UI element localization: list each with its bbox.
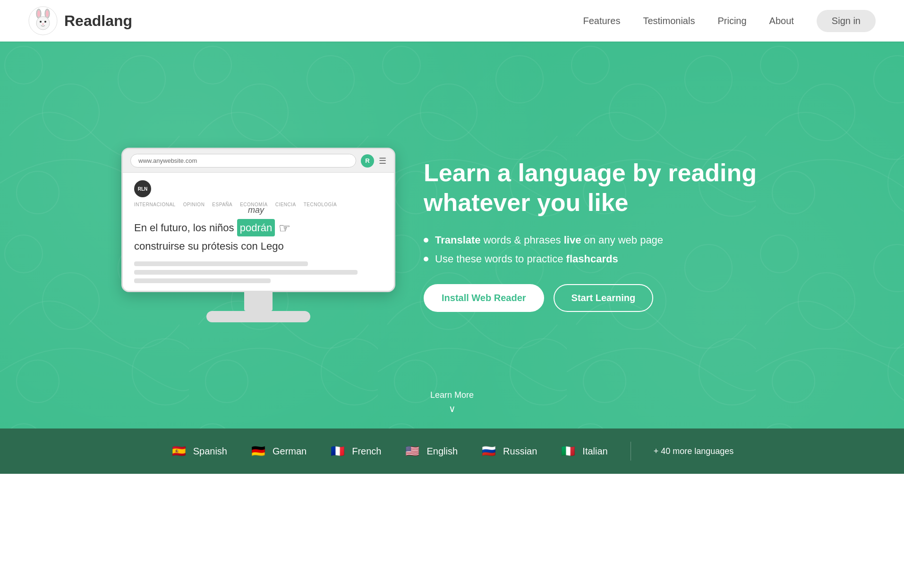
learn-more-text: Learn More	[430, 390, 474, 400]
language-item-french[interactable]: 🇫🇷 French	[329, 443, 381, 460]
cursor-icon: ☞	[279, 218, 290, 238]
hero-features-list: Translate words & phrases live on any we…	[424, 234, 783, 265]
logo-text: Readlang	[64, 12, 132, 30]
flag-english: 🇺🇸	[404, 443, 421, 460]
feature-item-2: Use these words to practice flashcards	[424, 253, 783, 265]
language-name-german: German	[273, 446, 307, 457]
svg-point-6	[40, 21, 42, 23]
language-item-spanish[interactable]: 🇪🇸 Spanish	[171, 443, 227, 460]
logo[interactable]: Readlang	[28, 6, 132, 35]
language-item-russian[interactable]: 🇷🇺 Russian	[480, 443, 537, 460]
logo-icon	[28, 6, 58, 35]
language-name-english: English	[426, 446, 458, 457]
footer: 🇪🇸 Spanish 🇩🇪 German 🇫🇷 French 🇺🇸 Englis…	[0, 428, 904, 474]
flag-french: 🇫🇷	[329, 443, 346, 460]
monitor-illustration: www.anywebsite.com R ☰ RLN INTERNACIONAL…	[121, 148, 395, 322]
svg-point-7	[44, 21, 46, 23]
feature-text-2: Use these words to practice flashcards	[435, 253, 618, 265]
flag-spanish: 🇪🇸	[171, 443, 188, 460]
bullet-dot	[424, 257, 428, 261]
nav-pricing[interactable]: Pricing	[717, 16, 746, 26]
svg-point-5	[36, 17, 50, 30]
stand-base	[206, 311, 310, 322]
hero-title: Learn a language by reading whatever you…	[424, 158, 783, 217]
header: Readlang Features Testimonials Pricing A…	[0, 0, 904, 42]
site-nav-item: ESPAÑA	[212, 202, 232, 207]
sign-in-button[interactable]: Sign in	[817, 10, 876, 32]
browser-bar: www.anywebsite.com R ☰	[123, 149, 394, 173]
r-badge: R	[361, 154, 374, 168]
language-name-french: French	[352, 446, 381, 457]
site-nav-item: OPINION	[183, 202, 205, 207]
more-languages-text[interactable]: + 40 more languages	[654, 446, 734, 456]
svg-point-8	[42, 24, 44, 25]
hero-content: www.anywebsite.com R ☰ RLN INTERNACIONAL…	[121, 148, 783, 322]
monitor-stand	[121, 292, 395, 322]
text-line	[134, 261, 308, 266]
nav-about[interactable]: About	[769, 16, 794, 26]
rln-badge: RLN	[134, 180, 151, 197]
monitor: www.anywebsite.com R ☰ RLN INTERNACIONAL…	[121, 148, 395, 292]
text-line	[134, 270, 358, 275]
text-placeholder-lines	[134, 261, 383, 283]
flag-german: 🇩🇪	[250, 443, 267, 460]
tooltip: may	[248, 204, 264, 217]
feature-item-1: Translate words & phrases live on any we…	[424, 234, 783, 246]
site-nav-item: CIENCIA	[275, 202, 296, 207]
monitor-content: RLN INTERNACIONAL OPINION ESPAÑA ECONOMÍ…	[123, 173, 394, 291]
chevron-down-icon: ∨	[449, 403, 456, 414]
language-item-german[interactable]: 🇩🇪 German	[250, 443, 307, 460]
nav-features[interactable]: Features	[583, 16, 620, 26]
bullet-dot	[424, 238, 428, 243]
footer-divider	[631, 442, 631, 461]
feature-text-1: Translate words & phrases live on any we…	[435, 234, 663, 246]
language-item-english[interactable]: 🇺🇸 English	[404, 443, 458, 460]
learn-more-link[interactable]: Learn More ∨	[430, 390, 474, 414]
text-after: construirse su prótesis con Lego	[134, 240, 284, 252]
flag-russian: 🇷🇺	[480, 443, 497, 460]
nav-testimonials[interactable]: Testimonials	[643, 16, 695, 26]
hero-section: www.anywebsite.com R ☰ RLN INTERNACIONAL…	[0, 42, 904, 428]
article-text: En el futuro, los niños may podrán ☞ con…	[134, 218, 383, 254]
hero-text-area: Learn a language by reading whatever you…	[424, 158, 783, 312]
flag-italian: 🇮🇹	[560, 443, 577, 460]
main-nav: Features Testimonials Pricing About Sign…	[583, 10, 876, 32]
hamburger-icon: ☰	[379, 156, 386, 166]
highlighted-word: may podrán	[237, 219, 275, 236]
url-bar: www.anywebsite.com	[130, 154, 356, 168]
site-nav-item: TECNOLOGÍA	[304, 202, 337, 207]
text-line	[134, 278, 271, 283]
svg-point-4	[46, 10, 49, 17]
language-item-italian[interactable]: 🇮🇹 Italian	[560, 443, 607, 460]
hero-buttons: Install Web Reader Start Learning	[424, 284, 783, 312]
language-name-italian: Italian	[582, 446, 607, 457]
text-before: En el futuro, los niños	[134, 222, 234, 234]
start-learning-button[interactable]: Start Learning	[554, 284, 654, 312]
language-name-russian: Russian	[503, 446, 537, 457]
site-nav-item: INTERNACIONAL	[134, 202, 176, 207]
stand-neck	[244, 292, 273, 311]
install-web-reader-button[interactable]: Install Web Reader	[424, 284, 544, 312]
svg-point-3	[37, 10, 40, 17]
language-name-spanish: Spanish	[193, 446, 227, 457]
